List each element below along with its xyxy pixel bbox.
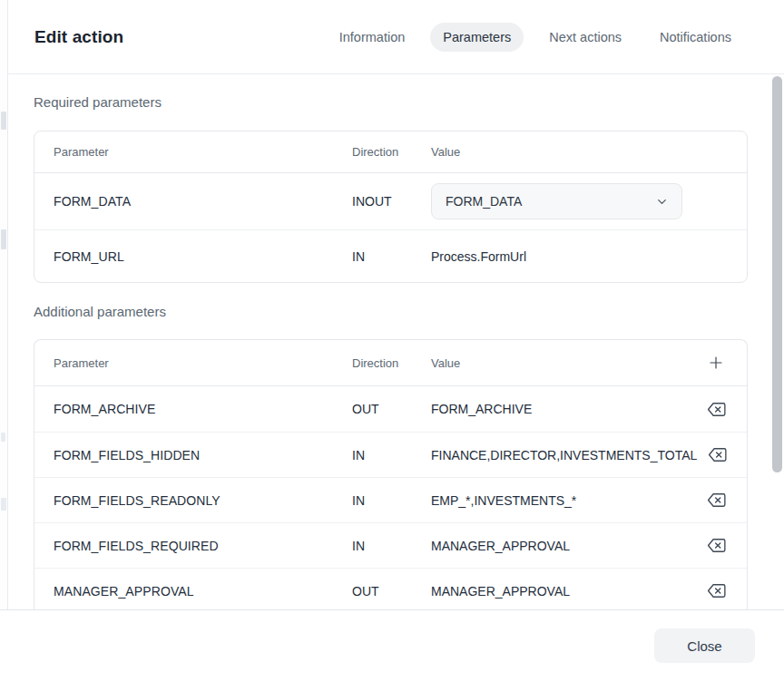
parameter-value[interactable]: MANAGER_APPROVAL [431,539,696,553]
parameter-direction: OUT [352,584,431,599]
parameter-name: FORM_ARCHIVE [54,402,352,416]
parameter-value[interactable]: FORM_ARCHIVE [431,402,696,416]
parameter-value[interactable]: MANAGER_APPROVAL [431,584,696,599]
column-header-value: Value [431,356,696,370]
modal-footer: Close [0,609,784,691]
parameter-name: FORM_FIELDS_HIDDEN [54,448,352,462]
add-parameter-button[interactable] [703,350,729,375]
parameter-value[interactable]: FINANCE,DIRECTOR,INVESTMENTS_TOTAL [431,448,697,462]
tab-parameters[interactable]: Parameters [430,23,524,52]
parameter-direction: INOUT [352,194,431,209]
background-fragment [1,229,6,249]
chevron-down-icon [655,195,669,209]
background-fragment [1,112,6,130]
table-row: FORM_ARCHIVE OUT FORM_ARCHIVE [34,386,747,432]
column-header-direction: Direction [352,145,431,159]
parameter-name: FORM_FIELDS_REQUIRED [54,539,352,553]
parameter-direction: IN [352,249,431,264]
value-dropdown-selected: FORM_DATA [446,194,522,209]
table-row: FORM_FIELDS_READONLY IN EMP_*,INVESTMENT… [34,477,747,522]
column-header-parameter: Parameter [54,145,352,159]
plus-icon [708,355,724,371]
clear-parameter-button[interactable] [703,488,729,513]
table-header-row: Parameter Direction Value [34,131,747,173]
backspace-clear-icon [707,538,726,553]
modal-title: Edit action [34,27,123,47]
parameter-name: FORM_DATA [54,194,352,209]
clear-parameter-button[interactable] [703,396,729,422]
additional-parameters-heading: Additional parameters [34,304,166,319]
parameter-value[interactable]: Process.FormUrl [431,249,729,264]
required-parameters-table: Parameter Direction Value FORM_DATA INOU… [34,131,748,283]
column-header-value: Value [431,145,729,159]
table-header-row: Parameter Direction Value [34,340,747,386]
tab-next-actions[interactable]: Next actions [536,23,634,52]
required-parameters-heading: Required parameters [34,94,162,110]
table-row: FORM_DATA INOUT FORM_DATA [34,173,747,229]
background-page-sliver [0,0,8,610]
additional-parameters-table: Parameter Direction Value FORM_ARCHIVE O… [34,339,748,609]
parameter-name: FORM_URL [54,249,352,264]
table-row: FORM_FIELDS_HIDDEN IN FINANCE,DIRECTOR,I… [34,432,747,477]
parameter-direction: IN [352,539,431,553]
value-dropdown[interactable]: FORM_DATA [431,183,682,219]
column-header-parameter: Parameter [54,356,352,370]
tab-information[interactable]: Information [327,23,418,52]
tab-notifications[interactable]: Notifications [647,23,744,52]
table-row: MANAGER_APPROVAL OUT MANAGER_APPROVAL [34,568,747,609]
backspace-clear-icon [708,447,727,462]
parameter-name: FORM_FIELDS_READONLY [54,493,352,508]
backspace-clear-icon [707,492,726,508]
column-header-direction: Direction [352,356,431,370]
parameter-direction: IN [352,493,431,508]
background-fragment [1,498,6,511]
parameter-value[interactable]: EMP_*,INVESTMENTS_* [431,493,696,508]
parameter-direction: OUT [352,402,431,416]
clear-parameter-button[interactable] [703,533,729,559]
background-fragment [1,433,5,442]
clear-parameter-button[interactable] [704,443,730,468]
parameter-direction: IN [352,448,431,462]
close-button[interactable]: Close [654,628,755,663]
table-row: FORM_URL IN Process.FormUrl [34,229,747,282]
modal-header: Edit action Information Parameters Next … [8,0,784,74]
tab-bar: Information Parameters Next actions Noti… [327,23,744,52]
backspace-clear-icon [707,583,726,599]
vertical-scrollbar-thumb[interactable] [772,76,782,472]
modal-body: Required parameters Parameter Direction … [8,75,784,609]
backspace-clear-icon [707,402,726,417]
parameter-name: MANAGER_APPROVAL [54,584,352,599]
table-row: FORM_FIELDS_REQUIRED IN MANAGER_APPROVAL [34,522,747,568]
clear-parameter-button[interactable] [703,579,729,604]
